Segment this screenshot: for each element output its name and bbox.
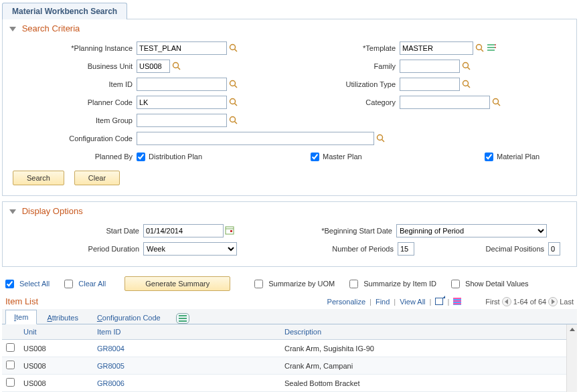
select-all-checkbox[interactable] — [5, 280, 14, 288]
svg-line-18 — [235, 104, 238, 106]
number-of-periods-input[interactable] — [398, 242, 414, 256]
cell-description: Crank Arm, Campani — [280, 357, 566, 375]
lookup-icon[interactable] — [461, 61, 472, 72]
svg-point-15 — [463, 81, 469, 86]
col-description[interactable]: Description — [280, 324, 566, 340]
clear-button[interactable]: Clear — [74, 171, 120, 185]
period-duration-select[interactable]: Week — [143, 242, 237, 256]
template-list-icon[interactable] — [487, 43, 497, 53]
svg-line-22 — [235, 122, 238, 124]
beginning-start-date-select[interactable]: Beginning of Period — [396, 224, 547, 237]
planning-instance-input[interactable] — [137, 41, 227, 55]
svg-point-11 — [463, 63, 469, 68]
label-item-group: Item Group — [9, 116, 137, 124]
svg-point-8 — [495, 47, 496, 48]
find-link[interactable]: Find — [376, 298, 390, 306]
generate-summary-button[interactable]: Generate Summary — [125, 276, 230, 291]
svg-marker-28 — [505, 299, 508, 304]
cell-unit: US008 — [19, 375, 93, 392]
col-unit[interactable]: Unit — [19, 324, 93, 340]
grid-tab-attributes[interactable]: Attributes — [38, 310, 86, 324]
svg-point-19 — [493, 99, 499, 104]
last-label[interactable]: Last — [560, 298, 574, 306]
table-row: US008GR8004Crank Arm, Sugishita IG-90 — [2, 340, 566, 357]
label-number-of-periods: Number of Periods — [311, 245, 398, 253]
grid-tab-configuration-code[interactable]: Configuration Code — [88, 310, 169, 324]
select-all-link[interactable]: Select All — [19, 280, 50, 288]
summarize-item-checkbox[interactable] — [349, 280, 358, 288]
svg-point-7 — [495, 44, 496, 45]
svg-marker-29 — [552, 299, 555, 304]
lookup-icon[interactable] — [491, 97, 502, 108]
business-unit-input[interactable] — [137, 60, 170, 73]
lookup-icon[interactable] — [171, 61, 182, 72]
lookup-icon[interactable] — [228, 97, 239, 108]
scroll-up-icon[interactable] — [567, 324, 577, 334]
svg-line-1 — [235, 50, 238, 52]
utilization-type-input[interactable] — [400, 78, 460, 91]
svg-point-2 — [477, 45, 482, 50]
collapse-icon[interactable] — [9, 27, 16, 31]
label-beginning-start-date: *Beginning Start Date — [309, 227, 396, 235]
lookup-icon[interactable] — [376, 133, 386, 144]
lookup-icon[interactable] — [228, 115, 239, 126]
master-plan-checkbox[interactable] — [311, 153, 319, 161]
search-button[interactable]: Search — [13, 171, 64, 185]
clear-all-checkbox[interactable] — [64, 280, 73, 288]
cell-description: Sealed Bottom Bracket — [280, 375, 566, 392]
show-detail-label: Show Detail Values — [465, 280, 529, 288]
display-options-panel: Display Options Start Date *Beginning St… — [2, 201, 577, 267]
personalize-link[interactable]: Personalize — [327, 298, 365, 306]
summarize-uom-checkbox[interactable] — [254, 280, 263, 288]
grid-tab-item[interactable]: Item — [5, 310, 37, 324]
first-label[interactable]: First — [485, 298, 499, 306]
label-configuration-code: Configuration Code — [9, 134, 137, 142]
lookup-icon[interactable] — [461, 79, 472, 90]
material-plan-checkbox[interactable] — [485, 153, 493, 161]
next-arrow-icon[interactable] — [548, 297, 558, 306]
view-all-link[interactable]: View All — [400, 298, 425, 306]
label-start-date: Start Date — [9, 227, 143, 235]
col-item-id[interactable]: Item ID — [93, 324, 280, 340]
svg-line-14 — [235, 86, 238, 88]
decimal-positions-input[interactable] — [548, 242, 560, 256]
label-template: *Template — [319, 44, 400, 52]
summarize-uom-label: Summarize by UOM — [268, 280, 335, 288]
cell-item-id-link[interactable]: GR8004 — [97, 345, 125, 353]
distribution-plan-checkbox[interactable] — [137, 153, 145, 161]
lookup-icon[interactable] — [475, 43, 485, 54]
template-input[interactable] — [400, 41, 473, 55]
row-checkbox[interactable] — [6, 343, 15, 352]
clear-all-link[interactable]: Clear All — [78, 280, 106, 288]
row-checkbox[interactable] — [6, 378, 15, 387]
lookup-icon[interactable] — [228, 79, 239, 90]
item-group-input[interactable] — [137, 114, 227, 127]
category-input[interactable] — [400, 96, 490, 109]
download-icon[interactable] — [453, 298, 461, 305]
cell-item-id-link[interactable]: GR8006 — [97, 379, 125, 387]
material-plan-label: Material Plan — [497, 153, 540, 161]
configuration-code-input[interactable] — [137, 132, 374, 145]
item-list-section: Item List Personalize | Find | View All … — [2, 295, 577, 392]
start-date-input[interactable] — [143, 224, 224, 237]
planner-code-input[interactable] — [137, 96, 227, 109]
prev-arrow-icon[interactable] — [502, 297, 511, 306]
item-id-input[interactable] — [137, 78, 227, 91]
cell-item-id-link[interactable]: GR8005 — [97, 362, 125, 370]
tab-material-workbench-search[interactable]: Material Workbench Search — [2, 3, 127, 19]
lookup-icon[interactable] — [228, 43, 239, 54]
collapse-icon[interactable] — [9, 209, 16, 214]
show-detail-checkbox[interactable] — [451, 280, 460, 288]
family-input[interactable] — [400, 60, 460, 73]
zoom-icon[interactable] — [435, 298, 443, 305]
row-checkbox[interactable] — [6, 361, 15, 369]
show-all-columns-icon[interactable] — [176, 313, 189, 324]
svg-point-17 — [230, 99, 236, 104]
svg-rect-25 — [226, 227, 234, 234]
table-row: US008GR8005Crank Arm, Campani — [2, 357, 566, 375]
grid-scrollbar[interactable] — [566, 324, 577, 392]
label-decimal-positions: Decimal Positions — [468, 245, 548, 253]
calendar-icon[interactable] — [225, 225, 236, 236]
cell-unit: US008 — [19, 340, 93, 357]
label-planned-by: Planned By — [9, 153, 137, 161]
